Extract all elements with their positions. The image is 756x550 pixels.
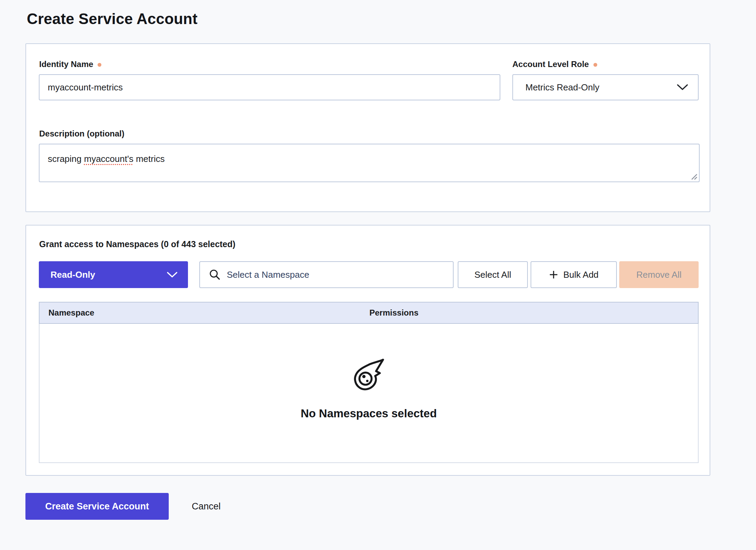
namespaces-table-body: No Namespaces selected: [39, 324, 699, 463]
search-icon: [209, 269, 221, 280]
identity-name-label-text: Identity Name: [39, 59, 93, 69]
description-label-text: Description (optional): [39, 129, 124, 139]
required-dot-icon: [98, 63, 101, 67]
plus-icon: [549, 270, 558, 279]
required-dot-icon: [593, 63, 597, 67]
account-level-role-select[interactable]: Metrics Read-Only: [512, 74, 699, 100]
description-text-misspelled: myaccount's: [84, 154, 134, 164]
namespaces-table-header: Namespace Permissions: [39, 302, 699, 324]
select-all-button[interactable]: Select All: [458, 261, 528, 288]
remove-all-button[interactable]: Remove All: [619, 261, 699, 288]
comet-icon: [352, 357, 386, 391]
chevron-down-icon: [677, 84, 688, 91]
create-service-account-button[interactable]: Create Service Account: [25, 493, 169, 520]
column-header-namespace: Namespace: [40, 308, 369, 318]
account-level-role-value: Metrics Read-Only: [525, 82, 599, 93]
cancel-label: Cancel: [192, 501, 221, 512]
select-all-label: Select All: [475, 270, 511, 280]
description-text-before: scraping: [48, 154, 84, 164]
account-level-role-label-text: Account Level Role: [512, 59, 589, 69]
bulk-add-button[interactable]: Bulk Add: [531, 261, 617, 288]
namespaces-table: Namespace Permissions No Namespaces sele…: [39, 302, 699, 463]
permission-role-dropdown[interactable]: Read-Only: [39, 261, 188, 288]
namespace-search-box[interactable]: [199, 261, 454, 288]
identity-card: Identity Name Account Level Role Metrics…: [25, 43, 710, 212]
namespace-search-input[interactable]: [227, 270, 446, 280]
namespaces-card: Grant access to Namespaces (0 of 443 sel…: [25, 225, 710, 476]
permission-role-value: Read-Only: [51, 270, 95, 280]
cancel-button[interactable]: Cancel: [192, 493, 221, 520]
remove-all-label: Remove All: [636, 270, 682, 280]
page-title: Create Service Account: [27, 10, 198, 28]
namespaces-heading: Grant access to Namespaces (0 of 443 sel…: [39, 239, 235, 249]
account-level-role-label: Account Level Role: [512, 59, 597, 69]
column-header-permissions: Permissions: [369, 308, 698, 318]
bulk-add-label: Bulk Add: [563, 270, 599, 280]
identity-name-label: Identity Name: [39, 59, 101, 69]
identity-name-input[interactable]: [39, 74, 500, 100]
description-textarea[interactable]: scraping myaccount's metrics: [39, 144, 700, 182]
resize-grip-icon[interactable]: [690, 172, 698, 180]
empty-state: No Namespaces selected: [301, 357, 437, 420]
chevron-down-icon: [167, 272, 178, 278]
description-text-after: metrics: [133, 154, 165, 164]
empty-state-message: No Namespaces selected: [301, 407, 437, 420]
create-service-account-label: Create Service Account: [45, 501, 149, 512]
description-label: Description (optional): [39, 129, 124, 139]
